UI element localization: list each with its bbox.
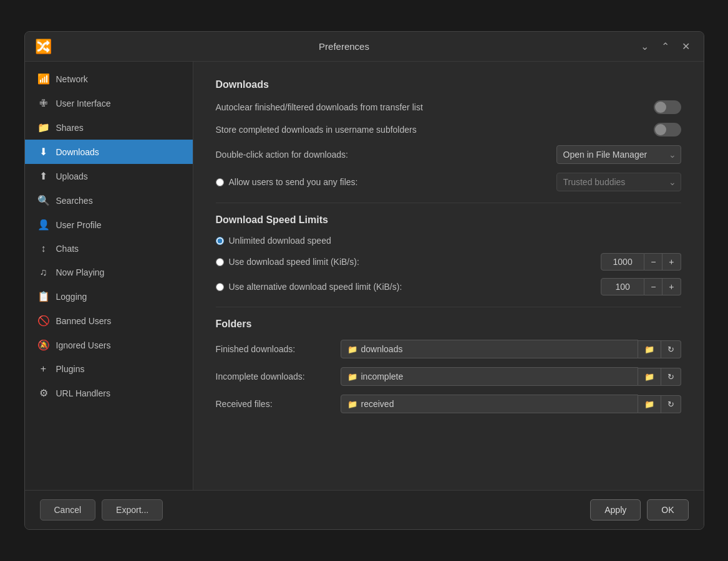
- ok-button[interactable]: OK: [647, 499, 688, 520]
- sidebar-item-plugins[interactable]: + Plugins: [25, 357, 193, 381]
- sidebar-label-plugins: Plugins: [56, 364, 85, 374]
- alt-speed-decrease-button[interactable]: −: [644, 278, 662, 295]
- window-controls: ⌄ ⌃ ✕: [637, 39, 694, 54]
- sidebar-label-banned: Banned Users: [56, 316, 112, 326]
- sidebar-item-searches[interactable]: 🔍 Searches: [25, 188, 193, 213]
- allow-files-label: Allow users to send you any files:: [229, 177, 556, 187]
- sidebar-item-banned-users[interactable]: 🚫 Banned Users: [25, 309, 193, 333]
- sidebar-item-user-profile[interactable]: 👤 User Profile: [25, 213, 193, 237]
- store-completed-label: Store completed downloads in username su…: [216, 125, 417, 135]
- alt-speed-label: Use alternative download speed limit (Ki…: [229, 282, 601, 292]
- received-files-reset-button[interactable]: ↻: [661, 395, 681, 413]
- alt-speed-increase-button[interactable]: +: [662, 278, 681, 295]
- finished-downloads-row: Finished downloads: 📁 downloads 📁 ↻: [216, 340, 681, 358]
- speed-limit-increase-button[interactable]: +: [662, 253, 681, 271]
- received-files-browse-button[interactable]: 📁: [638, 395, 661, 413]
- unlimited-speed-row: Unlimited download speed: [216, 236, 681, 246]
- sidebar-item-shares[interactable]: 📁 Shares: [25, 115, 193, 140]
- double-click-label: Double-click action for downloads:: [216, 150, 348, 160]
- sidebar-label-now-playing: Now Playing: [56, 267, 105, 277]
- footer-right-buttons: Apply OK: [590, 499, 688, 520]
- speed-section-title: Download Speed Limits: [216, 214, 681, 226]
- sidebar-item-uploads[interactable]: ⬆ Uploads: [25, 164, 193, 188]
- divider-1: [216, 203, 681, 203]
- speed-limit-radio[interactable]: [216, 258, 224, 266]
- sidebar-label-chats: Chats: [56, 244, 79, 254]
- export-button[interactable]: Export...: [102, 499, 163, 520]
- unlimited-speed-radio[interactable]: [216, 237, 224, 245]
- incomplete-downloads-group: 📁 incomplete 📁 ↻: [341, 367, 681, 386]
- alt-speed-row: Use alternative download speed limit (Ki…: [216, 278, 681, 295]
- allow-files-radio[interactable]: [216, 178, 224, 186]
- incomplete-downloads-reset-button[interactable]: ↻: [661, 368, 681, 386]
- sidebar-item-now-playing[interactable]: ♫ Now Playing: [25, 261, 193, 284]
- allow-files-select[interactable]: Trusted buddies Everyone Nobody: [556, 173, 681, 191]
- speed-limit-label: Use download speed limit (KiB/s):: [229, 257, 601, 267]
- sidebar-item-network[interactable]: 📶 Network: [25, 67, 193, 91]
- downloads-icon: ⬇: [37, 146, 50, 158]
- sidebar-item-user-interface[interactable]: ✙ User Interface: [25, 91, 193, 115]
- finished-downloads-reset-button[interactable]: ↻: [661, 340, 681, 358]
- store-completed-row: Store completed downloads in username su…: [216, 123, 681, 137]
- speed-limit-row: Use download speed limit (KiB/s): − +: [216, 253, 681, 271]
- sidebar-item-chats[interactable]: ↕ Chats: [25, 237, 193, 261]
- url-handlers-icon: ⚙: [37, 387, 50, 399]
- incomplete-downloads-label: Incomplete downloads:: [216, 372, 341, 381]
- sidebar-label-downloads: Downloads: [56, 147, 99, 157]
- sidebar-label-logging: Logging: [56, 292, 87, 302]
- sidebar-item-ignored-users[interactable]: 🔕 Ignored Users: [25, 333, 193, 357]
- sidebar-label-url-handlers: URL Handlers: [56, 388, 110, 398]
- speed-limit-decrease-button[interactable]: −: [644, 253, 662, 271]
- titlebar: 🔀 Preferences ⌄ ⌃ ✕: [25, 32, 704, 62]
- ui-icon: ✙: [37, 97, 50, 109]
- incomplete-downloads-browse-button[interactable]: 📁: [638, 368, 661, 386]
- finished-downloads-browse-button[interactable]: 📁: [638, 340, 661, 358]
- divider-2: [216, 307, 681, 307]
- folders-section-title: Folders: [216, 319, 681, 330]
- dialog-title: Preferences: [319, 41, 369, 52]
- close-button[interactable]: ✕: [678, 39, 694, 54]
- finished-downloads-group: 📁 downloads 📁 ↻: [341, 340, 681, 358]
- sidebar-item-logging[interactable]: 📋 Logging: [25, 284, 193, 309]
- double-click-select[interactable]: Open in File Manager Open Folder Search …: [556, 145, 681, 164]
- allow-files-select-wrapper: Trusted buddies Everyone Nobody ⌄: [556, 173, 681, 191]
- maximize-button[interactable]: ⌃: [658, 39, 673, 54]
- finished-downloads-field: 📁 downloads: [341, 340, 638, 358]
- alt-speed-radio[interactable]: [216, 283, 224, 291]
- received-files-field: 📁 received: [341, 395, 638, 413]
- autoclear-label: Autoclear finished/filtered downloads fr…: [216, 102, 423, 112]
- shares-icon: 📁: [37, 122, 50, 133]
- folder-icon-received: 📁: [347, 400, 357, 409]
- searches-icon: 🔍: [37, 194, 50, 206]
- folder-icon-incomplete: 📁: [347, 372, 357, 381]
- sidebar-label-searches: Searches: [56, 196, 93, 206]
- allow-files-row: Allow users to send you any files: Trust…: [216, 173, 681, 191]
- apply-button[interactable]: Apply: [590, 499, 641, 520]
- speed-limit-input[interactable]: [601, 253, 644, 271]
- received-files-value: received: [361, 399, 394, 409]
- speed-limit-input-group: − +: [601, 253, 681, 271]
- received-files-label: Received files:: [216, 399, 341, 409]
- chats-icon: ↕: [37, 243, 50, 254]
- finished-downloads-value: downloads: [361, 344, 403, 354]
- folder-icon-finished: 📁: [347, 345, 357, 354]
- store-completed-toggle[interactable]: [654, 123, 681, 137]
- preferences-dialog: 🔀 Preferences ⌄ ⌃ ✕ 📶 Network ✙ User Int…: [24, 31, 704, 530]
- received-files-row: Received files: 📁 received 📁 ↻: [216, 395, 681, 413]
- sidebar-item-url-handlers[interactable]: ⚙ URL Handlers: [25, 381, 193, 405]
- alt-speed-input[interactable]: [601, 278, 644, 295]
- minimize-button[interactable]: ⌄: [637, 39, 653, 54]
- dialog-footer: Cancel Export... Apply OK: [25, 490, 704, 529]
- incomplete-downloads-value: incomplete: [361, 372, 404, 381]
- sidebar-label-shares: Shares: [56, 123, 84, 133]
- app-logo: 🔀: [35, 39, 52, 55]
- footer-left-buttons: Cancel Export...: [40, 499, 163, 520]
- autoclear-toggle[interactable]: [654, 100, 681, 114]
- sidebar-item-downloads[interactable]: ⬇ Downloads: [25, 140, 193, 164]
- logging-icon: 📋: [37, 290, 50, 302]
- sidebar-label-uploads: Uploads: [56, 171, 88, 181]
- banned-icon: 🚫: [37, 315, 50, 327]
- sidebar-label-ui: User Interface: [56, 98, 111, 108]
- incomplete-downloads-field: 📁 incomplete: [341, 367, 638, 386]
- cancel-button[interactable]: Cancel: [40, 499, 96, 520]
